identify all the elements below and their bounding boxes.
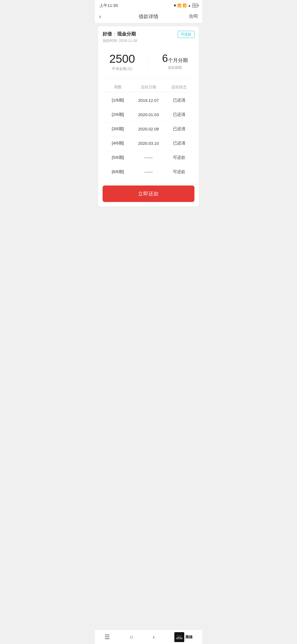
- row-date-5: ------: [133, 170, 164, 174]
- row-period-0: [1/6期]: [103, 98, 133, 103]
- row-status-5: 可还款: [164, 169, 194, 174]
- loan-brand: 好借: [103, 31, 112, 37]
- table-row: [5/6期]------可还款: [103, 151, 194, 165]
- loan-info: 好借 | 现金分期 放款时间: 2019-11-28: [103, 31, 137, 43]
- period-label: 借款期限: [162, 65, 188, 70]
- page-title: 借款详情: [110, 13, 187, 20]
- row-period-2: [3/6期]: [103, 126, 133, 132]
- table-row: [4/6期]2020.03.10已还清: [103, 136, 194, 151]
- amount-section: 2500 申请金额(元) 6个月分期 借款期限: [103, 48, 194, 78]
- col-header-period: 期数: [103, 85, 133, 90]
- disbursement-label: 放款时间:: [103, 39, 118, 43]
- nav-bar: ‹ 借款详情 合同: [95, 10, 202, 23]
- table-row: [1/6期]2019.12.07已还清: [103, 93, 194, 108]
- row-status-4: 可还款: [164, 155, 194, 160]
- row-date-1: 2020.01.03: [133, 112, 164, 117]
- signal-icon2: 📶: [183, 4, 187, 7]
- row-status-2: 已还清: [164, 126, 194, 132]
- table-header: 期数 还款日期 还款状态: [103, 83, 194, 92]
- disbursement-date: 2019-11-28: [119, 39, 137, 43]
- row-status-3: 已还清: [164, 141, 194, 146]
- loan-header: 好借 | 现金分期 放款时间: 2019-11-28 可还款: [103, 31, 194, 43]
- loan-type: 现金分期: [117, 31, 136, 37]
- disbursement-time: 放款时间: 2019-11-28: [103, 38, 137, 43]
- back-button[interactable]: ‹: [99, 13, 110, 20]
- separator: |: [114, 32, 116, 36]
- table-row: [6/6期]------可还款: [103, 165, 194, 179]
- period-number: 6: [162, 53, 168, 64]
- row-period-1: [2/6期]: [103, 112, 133, 117]
- row-date-2: 2020.02.08: [133, 127, 164, 131]
- repay-button[interactable]: 立即还款: [103, 185, 194, 202]
- status-badge: 可还款: [178, 31, 194, 38]
- status-icons: ✱ 📶 📶 ▲ 89: [174, 3, 198, 8]
- col-header-status: 还款状态: [164, 85, 194, 90]
- amount-label: 申请金额(元): [109, 66, 135, 71]
- row-period-3: [4/6期]: [103, 141, 133, 146]
- table-row: [3/6期]2020.02.08已还清: [103, 122, 194, 136]
- table-body: [1/6期]2019.12.07已还清[2/6期]2020.01.03已还清[3…: [103, 93, 194, 179]
- row-date-4: ------: [133, 155, 164, 160]
- vertical-divider: [148, 54, 149, 70]
- bottom-spacer: [95, 212, 202, 228]
- col-header-date: 还款日期: [133, 85, 164, 90]
- battery-indicator: 89: [192, 3, 198, 8]
- contract-button[interactable]: 合同: [187, 13, 198, 19]
- loan-name-row: 好借 | 现金分期: [103, 31, 137, 37]
- row-period-4: [5/6期]: [103, 155, 133, 160]
- signal-icon1: 📶: [177, 4, 182, 7]
- status-bar: 上午11:35 ✱ 📶 📶 ▲ 89: [95, 0, 202, 10]
- row-date-0: 2019.12.07: [133, 98, 164, 103]
- status-time: 上午11:35: [99, 3, 118, 8]
- row-period-5: [6/6期]: [103, 169, 133, 174]
- bluetooth-icon: ✱: [174, 4, 176, 7]
- wifi-icon: ▲: [188, 4, 191, 7]
- loan-amount: 2500: [109, 53, 135, 65]
- row-status-1: 已还清: [164, 112, 194, 117]
- row-status-0: 已还清: [164, 98, 194, 103]
- loan-card: 好借 | 现金分期 放款时间: 2019-11-28 可还款 2500 申请金额…: [98, 26, 199, 206]
- period-unit: 个月分期: [168, 58, 188, 63]
- period-block: 6个月分期 借款期限: [162, 53, 188, 71]
- amount-block: 2500 申请金额(元): [109, 53, 135, 71]
- main-content: 好借 | 现金分期 放款时间: 2019-11-28 可还款 2500 申请金额…: [95, 23, 202, 212]
- loan-period: 6个月分期: [162, 53, 188, 64]
- table-row: [2/6期]2020.01.03已还清: [103, 108, 194, 122]
- row-date-3: 2020.03.10: [133, 141, 164, 146]
